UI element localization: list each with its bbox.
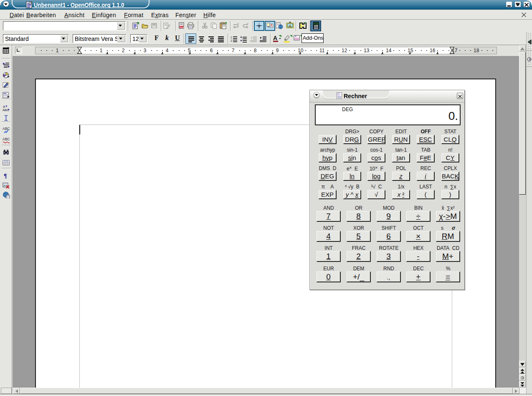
svg-text:¶: ¶	[4, 173, 7, 179]
svg-text:ABC: ABC	[3, 127, 10, 131]
svg-text:PDF: PDF	[180, 26, 185, 29]
svg-text:ABC: ABC	[3, 137, 10, 141]
svg-text:A: A	[273, 35, 277, 41]
svg-text:2: 2	[231, 39, 232, 42]
svg-text:1: 1	[231, 36, 232, 39]
